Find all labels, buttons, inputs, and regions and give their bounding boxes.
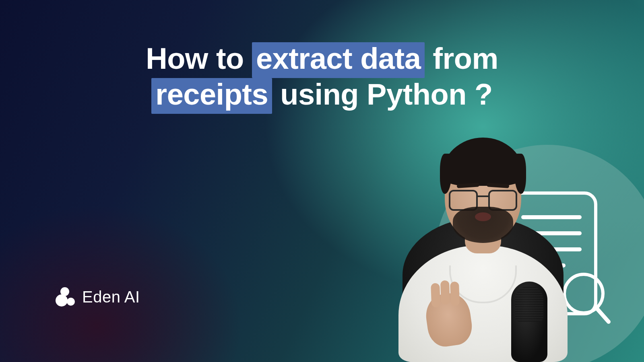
title-text: from [425, 42, 498, 75]
brand-logo-icon [56, 287, 75, 306]
title-text: using Python ? [272, 78, 492, 111]
video-title: How to extract data from receipts using … [0, 42, 644, 114]
title-highlight: extract data [252, 42, 425, 78]
microphone-icon [499, 282, 559, 362]
brand-logo: Eden AI [56, 287, 140, 306]
svg-line-6 [597, 308, 609, 322]
brand-name: Eden AI [82, 288, 140, 306]
presenter [378, 153, 588, 362]
title-text: How to [146, 42, 252, 75]
title-highlight: receipts [151, 78, 272, 114]
presenter-face [445, 145, 521, 241]
